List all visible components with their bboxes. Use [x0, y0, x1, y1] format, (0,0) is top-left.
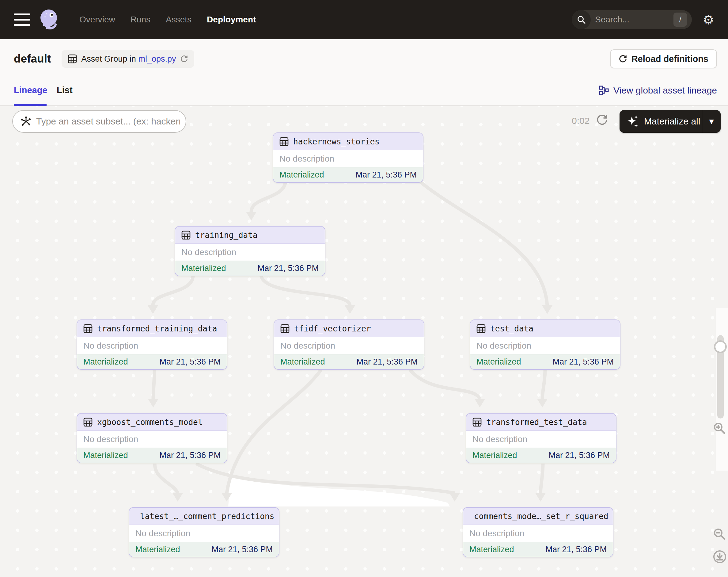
asset-name: latest_…_comment_predictions [140, 512, 274, 521]
asset-description: No description [280, 341, 335, 351]
table-icon [476, 324, 486, 333]
asset-materialized-time: Mar 21, 5:36 PM [159, 451, 220, 460]
table-icon [83, 418, 93, 427]
asset-description: No description [472, 434, 527, 444]
asset-name: training_data [195, 230, 258, 240]
nav-item-assets[interactable]: Assets [166, 15, 191, 25]
asset-subset-input[interactable] [36, 116, 180, 127]
table-icon [181, 230, 190, 240]
tabs-row: Lineage List View global asset lineage [0, 78, 728, 106]
graph-refresh-icon[interactable] [596, 114, 608, 126]
search-icon [572, 10, 591, 29]
asset-status-materialized: Materialized [181, 264, 226, 273]
hamburger-menu-icon[interactable] [14, 14, 30, 26]
zoom-slider-handle[interactable] [714, 340, 727, 353]
reload-icon [619, 55, 627, 63]
asset-node[interactable]: comments_mode…_set_r_squared No descript… [463, 507, 614, 557]
tab-list[interactable]: List [57, 85, 73, 95]
asset-description: No description [476, 341, 531, 351]
asset-status-materialized: Materialized [476, 357, 521, 367]
asset-materialized-time: Mar 21, 5:36 PM [257, 264, 319, 273]
asset-node[interactable]: tfidf_vectorizer No description Material… [274, 320, 424, 370]
download-graph-icon[interactable] [713, 550, 727, 564]
asset-node-header: training_data [175, 227, 325, 244]
top-nav: Overview Runs Assets Deployment / ⚙ [0, 0, 728, 39]
asset-name: xgboost_comments_model [97, 418, 203, 427]
active-tab-underline [14, 104, 47, 106]
asset-name: hackernews_stories [293, 137, 380, 146]
asset-status-materialized: Materialized [472, 451, 517, 460]
asset-name: tfidf_vectorizer [294, 324, 371, 333]
asset-node[interactable]: training_data No description Materialize… [175, 226, 326, 276]
reload-definitions-button[interactable]: Reload definitions [610, 49, 717, 68]
view-global-asset-lineage-label: View global asset lineage [614, 85, 717, 96]
asset-description: No description [135, 529, 190, 538]
asset-name: transformed_training_data [97, 324, 217, 333]
tab-lineage[interactable]: Lineage [14, 85, 48, 95]
asset-node-header: xgboost_comments_model [77, 413, 227, 431]
asset-node[interactable]: hackernews_stories No description Materi… [273, 132, 423, 183]
zoom-in-icon[interactable] [713, 422, 726, 435]
materialize-all-button[interactable]: Materialize all ▼ [620, 110, 721, 133]
asset-description: No description [280, 154, 334, 164]
table-icon [280, 324, 290, 333]
table-icon [83, 324, 93, 333]
nav-item-deployment[interactable]: Deployment [207, 15, 256, 25]
asset-node[interactable]: xgboost_comments_model No description Ma… [77, 413, 227, 463]
view-global-asset-lineage-link[interactable]: View global asset lineage [599, 85, 717, 96]
asset-materialized-time: Mar 21, 5:36 PM [211, 545, 273, 554]
asset-description: No description [83, 434, 138, 444]
asset-group-icon [68, 54, 77, 64]
badge-text: Asset Group in [81, 54, 136, 64]
asset-node-header: test_data [470, 320, 620, 337]
asset-node[interactable]: latest_…_comment_predictions No descript… [129, 507, 280, 557]
page-header: default Asset Group in ml_ops.py Reload … [0, 39, 728, 78]
asset-description: No description [469, 529, 524, 538]
materialize-all-label: Materialize all [644, 116, 700, 127]
asset-materialized-time: Mar 21, 5:36 PM [545, 545, 607, 554]
table-icon [280, 137, 289, 146]
asset-node-header: transformed_test_data [466, 413, 616, 431]
page-title: default [14, 52, 51, 65]
table-icon [472, 418, 482, 427]
gear-icon[interactable]: ⚙ [700, 12, 717, 27]
asset-materialized-time: Mar 21, 5:36 PM [548, 451, 610, 460]
refresh-icon[interactable] [180, 55, 188, 63]
search-input[interactable] [595, 15, 666, 25]
asset-status-materialized: Materialized [280, 170, 324, 180]
search-box[interactable]: / [572, 10, 692, 29]
asset-name: transformed_test_data [486, 418, 587, 427]
asset-name: comments_mode…_set_r_squared [474, 512, 608, 521]
nav-item-runs[interactable]: Runs [131, 15, 151, 25]
asset-description: No description [83, 341, 138, 351]
asset-node[interactable]: test_data No description Materialized Ma… [470, 320, 621, 370]
asset-node-header: transformed_training_data [77, 320, 227, 337]
asset-status-materialized: Materialized [135, 545, 180, 554]
asset-subset-icon [21, 116, 31, 127]
asset-name: test_data [490, 324, 534, 333]
asset-materialized-time: Mar 21, 5:36 PM [356, 170, 417, 180]
zoom-out-icon[interactable] [713, 527, 726, 541]
reload-definitions-label: Reload definitions [631, 54, 708, 64]
nav-items: Overview Runs Assets Deployment [79, 15, 256, 25]
asset-node-header: comments_mode…_set_r_squared [463, 508, 613, 525]
lineage-graph-canvas[interactable]: 0:02 Materialize all ▼ hackernews_storie… [0, 106, 728, 577]
asset-status-materialized: Materialized [83, 357, 128, 367]
sparkle-icon [627, 115, 639, 128]
asset-subset-filter[interactable] [12, 110, 186, 133]
asset-status-materialized: Materialized [469, 545, 514, 554]
lineage-graph-icon [599, 85, 609, 96]
asset-node[interactable]: transformed_training_data No description… [77, 320, 227, 370]
asset-materialized-time: Mar 21, 5:36 PM [159, 357, 220, 367]
asset-status-materialized: Materialized [280, 357, 325, 367]
refresh-timer: 0:02 [572, 116, 590, 126]
asset-node-header: latest_…_comment_predictions [129, 508, 279, 525]
asset-materialized-time: Mar 21, 5:36 PM [356, 357, 418, 367]
asset-node[interactable]: transformed_test_data No description Mat… [466, 413, 617, 463]
asset-node-header: tfidf_vectorizer [274, 320, 424, 337]
badge-file-link[interactable]: ml_ops.py [138, 54, 176, 64]
search-shortcut-badge: / [673, 12, 687, 27]
dagster-octopus-logo[interactable] [38, 8, 61, 31]
materialize-dropdown-caret[interactable]: ▼ [702, 117, 721, 126]
nav-item-overview[interactable]: Overview [79, 15, 115, 25]
